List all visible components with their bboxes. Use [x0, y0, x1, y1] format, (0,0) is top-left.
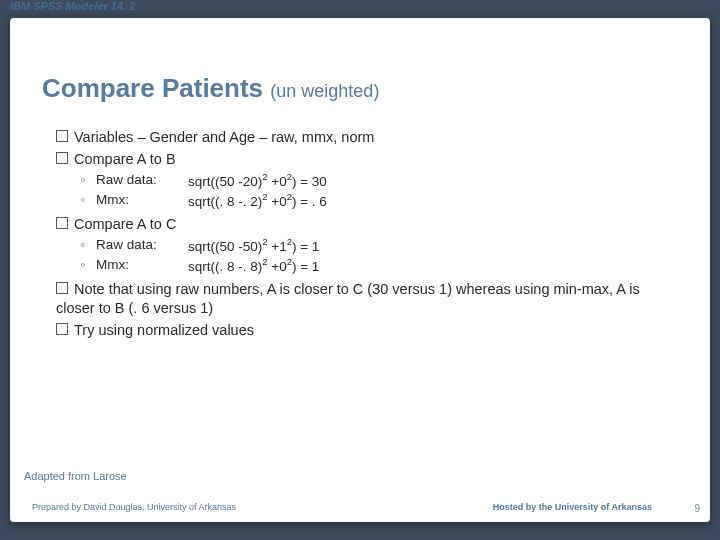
checkbox-icon: [56, 323, 68, 335]
slide-body: Variables – Gender and Age – raw, mmx, n…: [56, 128, 656, 342]
slide-title: Compare Patients (un weighted): [42, 73, 379, 104]
sub-label: Raw data:: [96, 236, 188, 256]
sub-formula: sqrt((. 8 -. 8)2 +02) = 1: [188, 256, 319, 276]
sub-formula: sqrt((. 8 -. 2)2 +02) = . 6: [188, 191, 327, 211]
sub-label: Raw data:: [96, 171, 188, 191]
adapted-from: Adapted from Larose: [24, 470, 127, 482]
sub-formula: sqrt((50 -20)2 +02) = 30: [188, 171, 327, 191]
sub-row: Mmx: sqrt((. 8 -. 8)2 +02) = 1: [80, 256, 656, 276]
checkbox-icon: [56, 130, 68, 142]
bullet-text: Variables – Gender and Age – raw, mmx, n…: [74, 129, 374, 145]
title-main: Compare Patients: [42, 73, 263, 103]
bullet-text: Note that using raw numbers, A is closer…: [56, 281, 640, 317]
sub-row: Raw data: sqrt((50 -20)2 +02) = 30: [80, 171, 656, 191]
bullet-text: Try using normalized values: [74, 322, 254, 338]
sub-row: Raw data: sqrt((50 -50)2 +12) = 1: [80, 236, 656, 256]
sub-formula: sqrt((50 -50)2 +12) = 1: [188, 236, 319, 256]
slide-card: Compare Patients (un weighted) Variables…: [10, 18, 710, 522]
checkbox-icon: [56, 152, 68, 164]
bullet-variables: Variables – Gender and Age – raw, mmx, n…: [56, 128, 656, 148]
product-label: IBM SPSS Modeler 14. 2: [10, 0, 135, 12]
footer-left: Prepared by David Douglas, University of…: [32, 502, 236, 512]
sub-label: Mmx:: [96, 256, 188, 276]
page-number: 9: [694, 503, 700, 514]
sub-group-ab: Raw data: sqrt((50 -20)2 +02) = 30 Mmx: …: [80, 171, 656, 210]
footer-right: Hosted by the University of Arkansas: [493, 502, 652, 512]
checkbox-icon: [56, 217, 68, 229]
bullet-circle-icon: [80, 256, 96, 276]
bullet-circle-icon: [80, 191, 96, 211]
bullet-text: Compare A to C: [74, 216, 176, 232]
sub-label: Mmx:: [96, 191, 188, 211]
bullet-circle-icon: [80, 236, 96, 256]
bullet-text: Compare A to B: [74, 151, 176, 167]
sub-group-ac: Raw data: sqrt((50 -50)2 +12) = 1 Mmx: s…: [80, 236, 656, 275]
bullet-circle-icon: [80, 171, 96, 191]
checkbox-icon: [56, 282, 68, 294]
bullet-note: Note that using raw numbers, A is closer…: [56, 280, 656, 319]
sub-row: Mmx: sqrt((. 8 -. 2)2 +02) = . 6: [80, 191, 656, 211]
title-sub: (un weighted): [270, 81, 379, 101]
bullet-compare-ab: Compare A to B: [56, 150, 656, 170]
bullet-try: Try using normalized values: [56, 321, 656, 341]
bullet-compare-ac: Compare A to C: [56, 215, 656, 235]
